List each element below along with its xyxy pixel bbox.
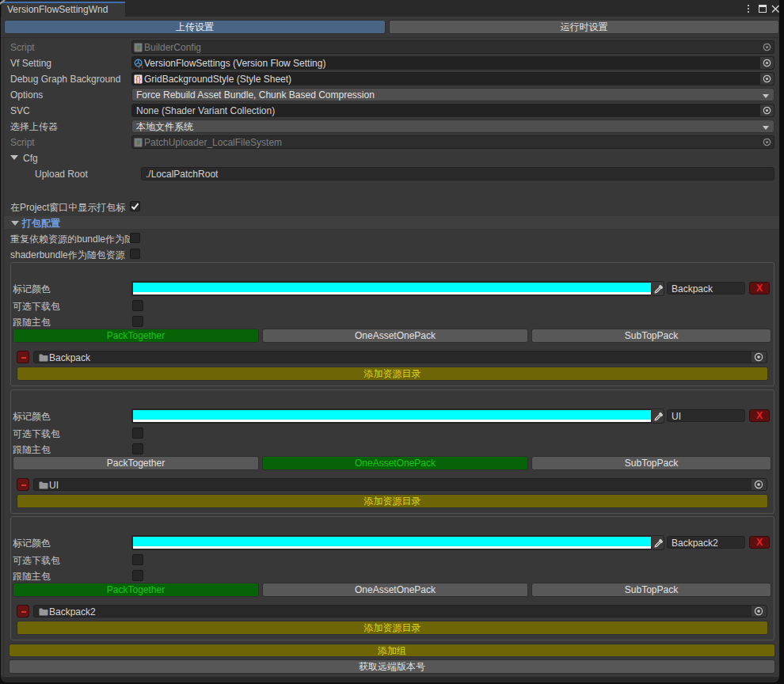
svg-text:{}: {} [135,75,141,84]
svg-text:#: # [136,44,140,51]
svg-text:#: # [136,139,140,146]
